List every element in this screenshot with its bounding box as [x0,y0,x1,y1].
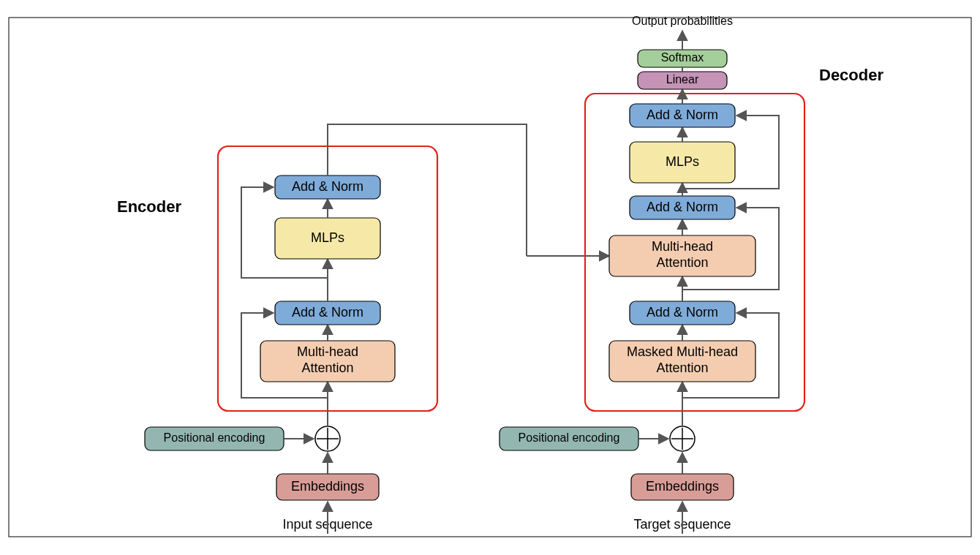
decoder-crossattn-text1: Multi-head [652,239,713,254]
decoder-embeddings-text: Embeddings [646,479,719,494]
output-prob-label: Output probabilities [632,15,733,27]
diagram-frame [9,18,971,537]
decoder-posenc-text: Positional encoding [519,431,620,444]
encoder-column: Input sequence Embeddings Positional enc… [117,146,437,534]
decoder-mmha-text1: Masked Multi-head [627,344,738,359]
encoder-mha-text2: Attention [301,360,353,375]
decoder-crossattn-text2: Attention [656,255,708,270]
linear-text: Linear [666,73,699,86]
decoder-title: Decoder [819,66,883,84]
decoder-addnorm2-text: Add & Norm [647,200,718,214]
encoder-embeddings-text: Embeddings [291,479,364,494]
encoder-title: Encoder [117,197,181,216]
decoder-add-circle [670,426,695,451]
softmax-text: Softmax [661,51,704,64]
encoder-add-circle [315,426,340,451]
encoder-addnorm1-text: Add & Norm [292,305,363,320]
decoder-mlp-text: MLPs [666,154,699,169]
decoder-mmha-text2: Attention [656,360,708,375]
encoder-posenc-text: Positional encoding [164,431,265,444]
encoder-addnorm2-text: Add & Norm [292,179,363,194]
decoder-column: Target sequence Embeddings Positional en… [500,15,883,534]
encoder-mlp-text: MLPs [311,230,344,245]
decoder-addnorm3-text: Add & Norm [647,107,718,122]
encoder-mha-text1: Multi-head [297,344,358,359]
decoder-addnorm1-text: Add & Norm [647,305,718,320]
